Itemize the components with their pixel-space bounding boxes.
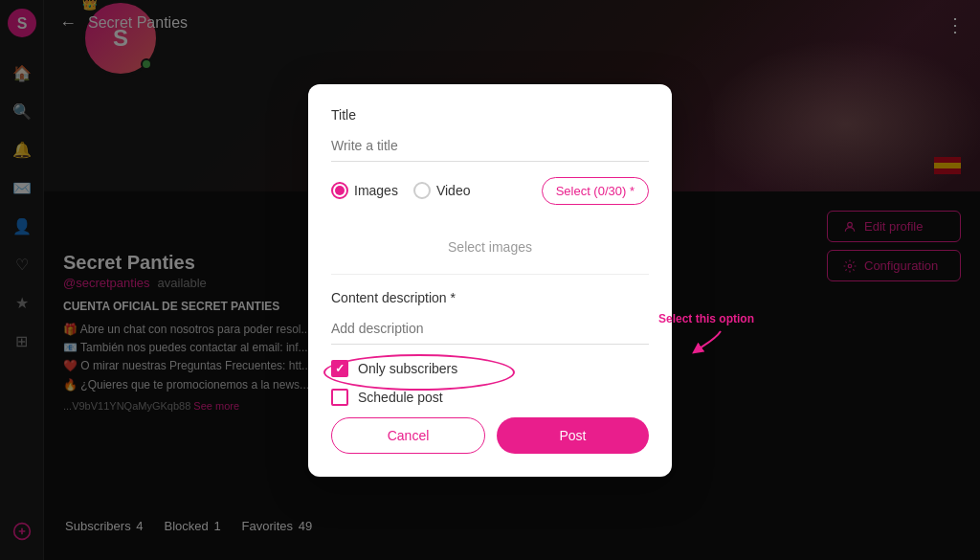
select-images-area[interactable]: Select images — [331, 220, 649, 275]
annotation-text: Select this option — [658, 312, 754, 358]
schedule-post-checkbox[interactable] — [331, 389, 348, 406]
modal-actions: Cancel Post — [331, 417, 649, 454]
only-subscribers-checkbox[interactable] — [331, 360, 348, 377]
title-input[interactable] — [331, 130, 649, 162]
images-radio-filled — [331, 182, 348, 199]
video-radio-empty — [413, 182, 431, 199]
media-type-row: Images Video Select (0/30) * — [331, 177, 649, 205]
select-media-button[interactable]: Select (0/30) * — [542, 177, 649, 205]
only-subscribers-label: Only subscribers — [358, 361, 457, 376]
images-label: Images — [354, 183, 398, 198]
schedule-post-label: Schedule post — [358, 390, 443, 405]
video-label: Video — [436, 183, 471, 198]
title-label: Title — [331, 107, 649, 123]
description-input[interactable] — [331, 313, 649, 345]
post-button[interactable]: Post — [497, 417, 649, 454]
content-desc-label: Content description * — [331, 290, 649, 305]
create-post-modal: Title Images Video Select (0/30) * Selec… — [308, 84, 672, 477]
images-radio-option[interactable]: Images — [331, 182, 398, 199]
schedule-post-row: Schedule post — [331, 389, 649, 406]
cancel-button[interactable]: Cancel — [331, 417, 485, 454]
modal-overlay: Title Images Video Select (0/30) * Selec… — [0, 0, 980, 560]
video-radio-option[interactable]: Video — [413, 182, 471, 199]
only-subscribers-row: Only subscribers Select this option — [331, 360, 649, 377]
